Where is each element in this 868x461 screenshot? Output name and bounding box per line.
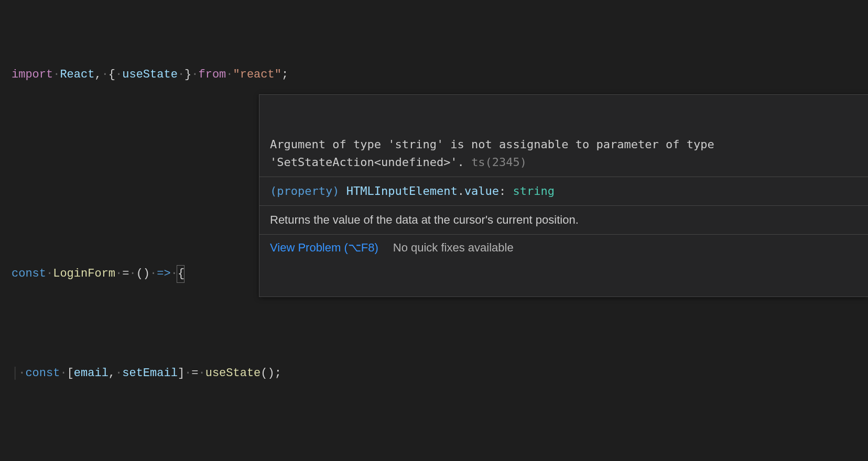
code-editor[interactable]: import·React,·{·useState·}·from·"react";… bbox=[0, 0, 868, 461]
token-identifier: React bbox=[60, 68, 94, 81]
bracket-highlight: { bbox=[178, 264, 185, 284]
hover-tooltip[interactable]: Argument of type 'string' is not assigna… bbox=[259, 94, 868, 297]
code-line[interactable]: │·const·[email,·setEmail]·=·useState(); bbox=[12, 364, 868, 383]
no-quick-fix-label: No quick fixes available bbox=[393, 239, 514, 257]
view-problem-link[interactable]: View Problem (⌥F8) bbox=[270, 239, 378, 257]
hover-description: Returns the value of the data at the cur… bbox=[259, 206, 868, 234]
hover-actions: View Problem (⌥F8) No quick fixes availa… bbox=[259, 234, 868, 261]
token-keyword: import bbox=[12, 68, 53, 81]
hover-error-code: ts(2345) bbox=[471, 156, 527, 169]
hover-error-message: Argument of type 'string' is not assigna… bbox=[259, 130, 868, 177]
hover-signature: (property) HTMLInputElement.value: strin… bbox=[259, 177, 868, 205]
code-line[interactable]: import·React,·{·useState·}·from·"react"; bbox=[12, 65, 868, 85]
token-string: "react" bbox=[233, 68, 281, 81]
